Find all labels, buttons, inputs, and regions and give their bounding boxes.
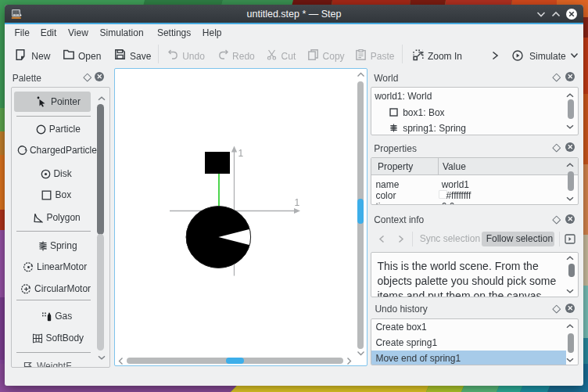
svg-text:1: 1 xyxy=(295,196,300,207)
svg-text:1: 1 xyxy=(238,147,244,158)
